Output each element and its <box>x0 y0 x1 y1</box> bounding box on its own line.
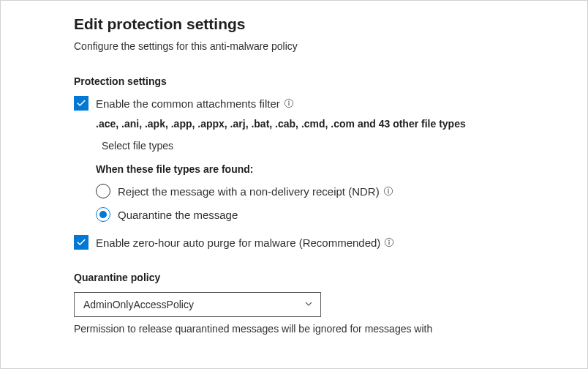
svg-rect-5 <box>388 190 388 193</box>
svg-point-4 <box>388 189 389 190</box>
quarantine-policy-dropdown[interactable]: AdminOnlyAccessPolicy <box>74 292 321 317</box>
enable-zap-label: Enable zero-hour auto purge for malware … <box>96 236 380 249</box>
radio-quarantine-label: Quarantine the message <box>118 209 238 221</box>
file-types-list: .ace, .ani, .apk, .app, .appx, .arj, .ba… <box>96 118 558 130</box>
quarantine-policy-value: AdminOnlyAccessPolicy <box>83 299 194 310</box>
protection-settings-heading: Protection settings <box>74 75 558 87</box>
chevron-down-icon <box>304 299 313 310</box>
select-file-types-link[interactable]: Select file types <box>102 140 173 152</box>
info-icon[interactable] <box>383 236 395 248</box>
enable-zap-checkbox[interactable] <box>74 235 88 250</box>
radio-reject-label: Reject the message with a non-delivery r… <box>118 185 380 198</box>
enable-common-filter-checkbox[interactable] <box>74 96 88 111</box>
radio-reject-ndr[interactable] <box>96 184 110 198</box>
checkmark-icon <box>76 98 86 108</box>
info-icon[interactable] <box>283 97 295 109</box>
svg-point-1 <box>288 101 290 102</box>
page-subtitle: Configure the settings for this anti-mal… <box>74 40 558 52</box>
svg-rect-8 <box>389 242 390 245</box>
page-title: Edit protection settings <box>74 15 558 33</box>
enable-common-filter-label: Enable the common attachments filter <box>96 97 280 110</box>
info-icon[interactable] <box>382 185 394 197</box>
svg-point-7 <box>389 240 391 242</box>
radio-quarantine-message[interactable] <box>96 207 110 222</box>
quarantine-permission-note: Permission to release quarantined messag… <box>74 323 558 335</box>
svg-rect-2 <box>288 102 289 105</box>
quarantine-policy-heading: Quarantine policy <box>74 272 558 283</box>
when-found-heading: When these file types are found: <box>96 163 558 175</box>
checkmark-icon <box>76 237 86 247</box>
